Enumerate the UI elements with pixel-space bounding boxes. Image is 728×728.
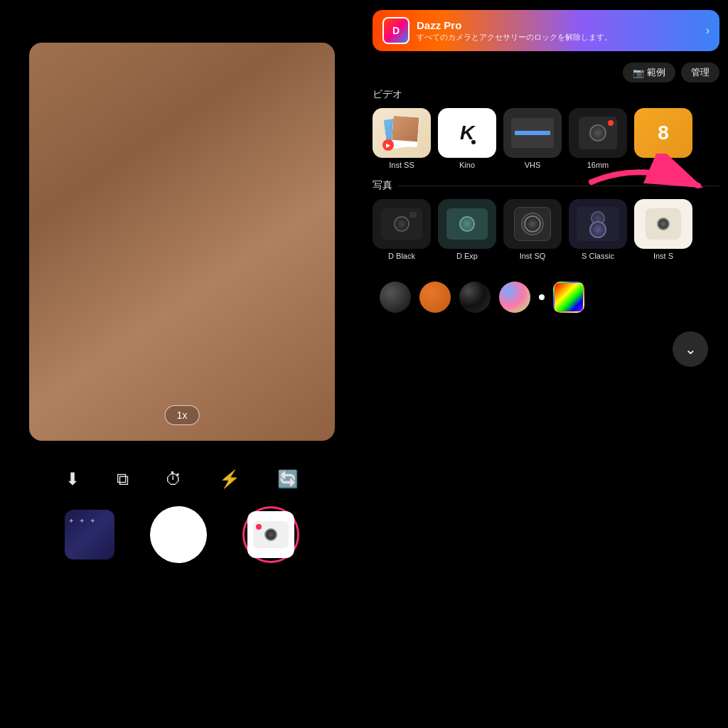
viewfinder: 1x <box>29 43 335 441</box>
dazz-logo: D <box>382 17 410 44</box>
kino-label: Kino <box>459 161 475 169</box>
camera-item-s-classic[interactable]: S Classic <box>569 199 627 260</box>
d-exp-lens <box>459 216 475 232</box>
zoom-label: 1x <box>177 410 188 421</box>
download-icon[interactable]: ⬇ <box>65 469 80 489</box>
inst-s-label: Inst S <box>653 252 673 260</box>
video-section-label: ビデオ <box>373 88 719 101</box>
16mm-lens <box>589 124 606 141</box>
inst-s-body <box>646 208 681 240</box>
bottom-bar <box>47 506 317 563</box>
divider-line <box>398 186 719 186</box>
dazz-subtitle: すべてのカメラとアクセサリーのロックを解除します。 <box>417 32 706 43</box>
s-classic-lens-bot <box>589 221 606 238</box>
manage-button[interactable]: 管理 <box>681 63 719 82</box>
photo-section-wrapper: 写真 D Black <box>373 175 719 266</box>
d-black-body <box>381 208 422 240</box>
vhs-icon <box>503 108 562 158</box>
color-picker-row <box>373 272 719 323</box>
inst-ss-photo-stack: ▶ <box>382 115 421 151</box>
photo2 <box>392 116 419 147</box>
collapse-button[interactable]: ⌄ <box>673 331 708 367</box>
play-badge: ▶ <box>382 139 394 151</box>
s-classic-label: S Classic <box>582 252 614 260</box>
zoom-indicator[interactable]: 1x <box>165 405 200 425</box>
color-rainbow-square[interactable] <box>553 282 584 313</box>
dazz-text-block: Dazz Pro すべてのカメラとアクセサリーのロックを解除します。 <box>417 19 706 43</box>
d-black-icon <box>373 199 431 249</box>
camera-item-d-black[interactable]: D Black <box>373 199 431 260</box>
instax-lens <box>264 528 277 541</box>
kino-icon: K <box>438 108 496 158</box>
shutter-button[interactable] <box>150 506 207 563</box>
camera-item-8mm[interactable]: 8 8mm <box>634 108 692 169</box>
16mm-label: 16mm <box>587 161 609 169</box>
s-classic-icon <box>569 199 627 249</box>
inst-ss-icon: ▶ <box>373 108 431 158</box>
d-black-viewfinder <box>410 212 417 218</box>
camera-item-vhs[interactable]: VHS <box>503 108 562 169</box>
flip-icon[interactable]: 🔄 <box>277 469 299 489</box>
video-camera-row: ▶ Inst SS K Kino VHS <box>373 108 719 169</box>
photo-camera-row: D Black D Exp Inst SQ <box>373 199 719 260</box>
chevron-down-icon: ⌄ <box>685 341 697 358</box>
vhs-label: VHS <box>525 161 541 169</box>
d-black-lens <box>394 216 410 232</box>
example-label: 範例 <box>647 66 665 79</box>
instax-btn-body <box>247 511 294 558</box>
camera-item-d-exp[interactable]: D Exp <box>438 199 496 260</box>
d-exp-icon <box>438 199 496 249</box>
manage-label: 管理 <box>691 66 710 79</box>
8mm-text: 8 <box>658 122 669 144</box>
instax-body-shape <box>253 521 289 548</box>
example-button[interactable]: 📷 範例 <box>623 63 675 82</box>
dazz-chevron-icon: › <box>706 24 710 37</box>
color-swatch-black[interactable] <box>380 282 411 313</box>
8mm-icon: 8 <box>634 108 692 158</box>
color-dot-indicator <box>539 294 545 300</box>
inst-sq-icon <box>503 199 562 249</box>
8mm-label: 8mm <box>655 161 672 169</box>
camera-item-inst-s[interactable]: Inst S <box>634 199 692 260</box>
16mm-body <box>579 117 617 149</box>
vhs-stripe <box>515 131 550 135</box>
section-controls: 📷 範例 管理 <box>373 63 719 82</box>
camera-item-16mm[interactable]: 16mm <box>569 108 627 169</box>
inst-sq-ring <box>521 213 544 235</box>
instax-camera-button[interactable] <box>242 506 299 563</box>
photo-thumbnail[interactable] <box>65 510 114 560</box>
kino-inner: K <box>460 122 474 144</box>
color-swatch-dark-lens[interactable] <box>459 282 491 313</box>
d-exp-label: D Exp <box>456 252 478 260</box>
layers-icon[interactable]: ⧉ <box>117 469 129 489</box>
d-black-label: D Black <box>388 252 415 260</box>
inst-sq-label: Inst SQ <box>520 252 546 260</box>
flash-icon[interactable]: ⚡ <box>219 469 240 489</box>
filter-panel: D Dazz Pro すべてのカメラとアクセサリーのロックを解除します。 › 📷… <box>364 0 728 728</box>
photo-section-label: 写真 <box>373 179 392 192</box>
vhs-shape <box>511 118 554 148</box>
camera-controls-bar: ⬇ ⧉ ⏱ ⚡ 🔄 <box>47 469 317 489</box>
color-swatch-multicolor[interactable] <box>499 282 530 313</box>
inst-s-icon <box>634 199 692 249</box>
inst-ss-label: Inst SS <box>389 161 414 169</box>
photo-section-divider: 写真 <box>373 179 719 192</box>
dazz-title: Dazz Pro <box>417 19 706 31</box>
s-classic-body <box>577 207 619 241</box>
camera-item-inst-sq[interactable]: Inst SQ <box>503 199 562 260</box>
camera-panel: 1x ⬇ ⧉ ⏱ ⚡ 🔄 <box>0 0 364 728</box>
dazz-logo-inner: D <box>384 18 408 43</box>
inst-s-lens <box>657 218 670 230</box>
down-btn-row: ⌄ <box>373 326 719 373</box>
16mm-icon <box>569 108 627 158</box>
color-swatch-orange[interactable] <box>419 282 451 313</box>
rec-dot <box>608 120 614 126</box>
camera-item-inst-ss[interactable]: ▶ Inst SS <box>373 108 431 169</box>
d-exp-body <box>446 208 488 240</box>
timer-icon[interactable]: ⏱ <box>165 469 182 489</box>
dazz-pro-banner[interactable]: D Dazz Pro すべてのカメラとアクセサリーのロックを解除します。 › <box>373 10 719 51</box>
instax-red-dot <box>256 524 262 530</box>
camera-item-kino[interactable]: K Kino <box>438 108 496 169</box>
inst-sq-body <box>514 207 551 241</box>
camera-small-icon: 📷 <box>633 68 644 78</box>
